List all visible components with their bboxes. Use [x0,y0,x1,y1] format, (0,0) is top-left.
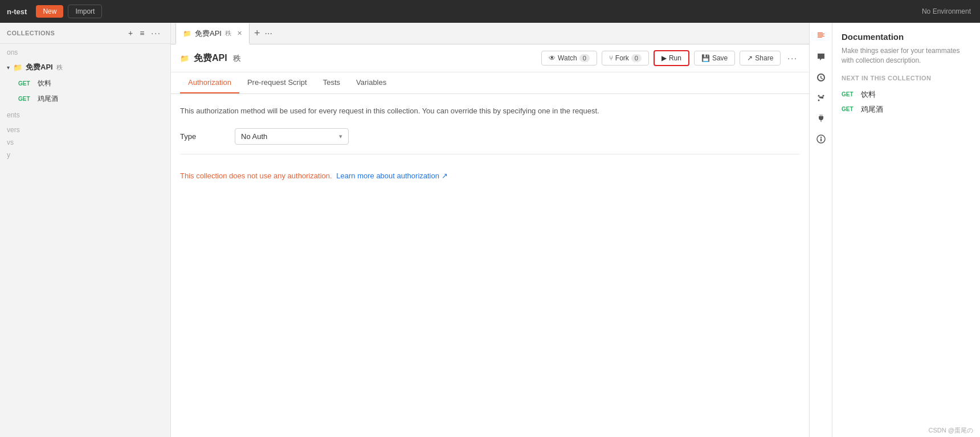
next-method-badge-2: GET [842,106,858,112]
request-row-drink[interactable]: GET 饮料 [0,76,170,91]
fork-count: 0 [631,54,642,62]
tab-add-button[interactable]: + [250,27,265,39]
watch-label: Watch [558,54,577,62]
save-label: Save [712,54,728,62]
save-icon: 💾 [701,54,710,62]
fork-label: Fork [615,54,629,62]
tab-more-button[interactable]: ··· [264,28,272,39]
next-item-drink[interactable]: GET 饮料 [842,87,971,102]
tab-pre-request-script[interactable]: Pre-request Script [239,72,315,93]
run-button[interactable]: ▶ Run [654,50,689,66]
eye-icon: 👁 [549,54,556,62]
tab-authorization[interactable]: Authorization [180,72,239,93]
fork-button[interactable]: ⑂ Fork 0 [602,51,649,66]
svg-point-6 [818,100,819,101]
type-select[interactable]: No Auth ▾ [235,128,349,145]
request-row-cocktail[interactable]: GET 鸡尾酒 [0,91,170,107]
share-icon: ↗ [747,54,753,62]
collection-expand-icon: ▾ [7,64,10,71]
doc-panel-icon[interactable] [812,27,830,46]
collection-name: 免费API [26,62,53,72]
share-button[interactable]: ↗ Share [740,51,781,66]
fork-icon: ⑂ [609,54,613,62]
svg-rect-3 [818,36,824,36]
next-in-collection-label: NEXT IN THIS COLLECTION [842,75,971,81]
comment-panel-icon[interactable] [812,48,830,66]
collection-row[interactable]: ▾ 📁 免费API 秩 [0,59,170,76]
watch-count: 0 [579,54,590,62]
sidebar-filter-button[interactable]: ≡ [137,27,146,39]
svg-point-5 [818,95,819,97]
svg-point-7 [822,95,824,97]
svg-rect-9 [820,138,822,141]
collection-tab[interactable]: 📁 免费API 秩 ✕ [175,23,250,44]
tab-label: 免费API [195,28,222,39]
collection-header-name: 免费API 秩 [194,52,537,64]
chevron-down-icon: ▾ [339,133,342,140]
app-name: n-test [7,7,27,16]
type-label: Type [180,132,226,141]
collection-folder-icon: 📁 [13,63,22,72]
next-item-name-1: 饮料 [861,89,876,100]
plug-panel-icon[interactable] [812,109,830,128]
tab-tests[interactable]: Tests [315,72,348,93]
branch-panel-icon[interactable] [812,89,830,107]
type-value: No Auth [241,132,267,141]
svg-rect-10 [820,137,822,138]
collection-extra: 秩 [56,63,63,72]
collection-header-icon: 📁 [180,54,189,63]
svg-rect-0 [818,32,823,33]
request-name-cocktail: 鸡尾酒 [38,94,58,104]
info-panel-icon[interactable] [812,130,830,148]
new-button[interactable]: New [36,5,63,18]
no-auth-message: This collection does not use any authori… [180,171,800,180]
next-item-cocktail[interactable]: GET 鸡尾酒 [842,102,971,117]
svg-rect-1 [818,34,824,34]
learn-more-link[interactable]: Learn more about authorization ↗ [336,171,447,180]
env-selector[interactable]: No Environment [922,7,971,15]
sidebar-add-button[interactable]: + [126,27,135,39]
sidebar-title: Collections [7,30,55,36]
history-panel-icon[interactable] [812,68,830,87]
method-badge-get2: GET [18,96,34,102]
next-item-name-2: 鸡尾酒 [861,104,883,115]
share-label: Share [755,54,773,62]
tab-variables[interactable]: Variables [348,72,394,93]
watch-button[interactable]: 👁 Watch 0 [541,51,597,66]
svg-rect-4 [818,37,822,38]
save-button[interactable]: 💾 Save [694,51,735,66]
run-label: Run [669,54,681,62]
header-more-button[interactable]: ··· [785,52,800,64]
auth-description: This authorization method will be used f… [180,105,800,117]
tab-folder-icon: 📁 [183,30,191,38]
import-button[interactable]: Import [68,5,102,18]
doc-panel-title: Documentation [842,32,971,42]
tab-close-button[interactable]: ✕ [237,30,242,37]
sidebar-more-button[interactable]: ··· [149,27,164,39]
next-method-badge-1: GET [842,91,858,97]
footer-text: CSDN @蛋尾の [929,426,973,435]
svg-rect-2 [818,35,823,35]
request-name-drink: 饮料 [38,79,51,88]
run-icon: ▶ [662,54,667,62]
tab-extra: 秩 [225,29,231,38]
method-badge-get: GET [18,80,34,87]
doc-panel-desc: Make things easier for your teammates wi… [842,46,971,66]
